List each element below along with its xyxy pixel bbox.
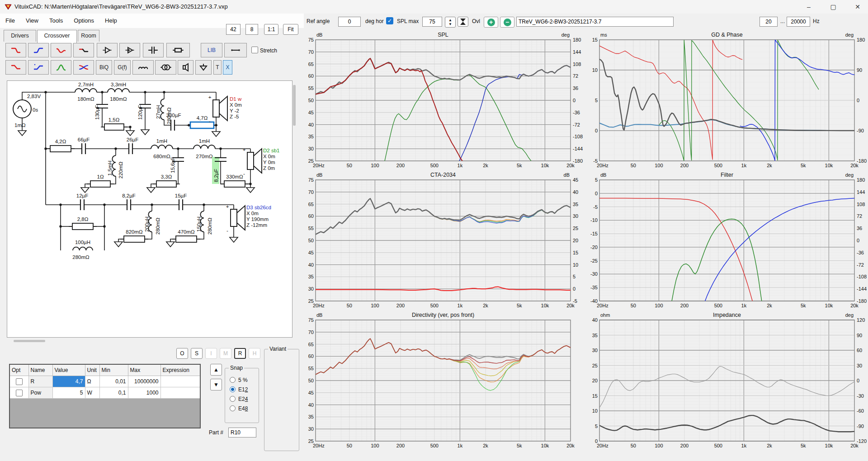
svg-text:35: 35 [308,414,314,419]
minimize-button[interactable]: – [798,0,819,14]
menu-tools[interactable]: Tools [44,14,68,28]
snap-option-E24[interactable]: E24 [230,396,248,402]
toolbar-inductor-button[interactable] [132,60,154,75]
schematic-hscroll[interactable] [14,340,45,342]
toolbar-resistor-button[interactable] [166,43,190,57]
col-header-expression[interactable]: Expression [160,364,200,376]
ref-angle-input[interactable] [338,17,361,27]
capacitor [179,199,183,210]
maximize-button[interactable]: ▢ [823,0,844,14]
chart-impedance[interactable]: 20Hz501002005001k2k5k10k20k0510152025303… [588,311,868,449]
autoscale-hourglass-button[interactable] [458,17,468,27]
snap-option-E12[interactable]: E12 [230,386,248,393]
stretch-checkbox[interactable] [251,47,258,53]
freq-max-input[interactable] [787,17,810,27]
toolbar-gf-button[interactable]: G(f) [114,60,131,75]
mode-r-button[interactable]: R [234,348,246,359]
tab-room[interactable]: Room [78,30,99,42]
toolbar-speaker-button[interactable] [178,60,193,75]
zoom-one-to-one-button[interactable]: 1:1 [264,24,278,35]
allpass-crossing-icon [78,63,89,72]
overlay-name-input[interactable] [516,17,674,27]
mode-o-button[interactable]: O [176,348,188,359]
svg-text:0: 0 [573,286,576,292]
spl-max-spinner[interactable]: ▲▼ [445,17,456,28]
tab-crossover[interactable]: Crossover [37,30,77,43]
opt-checkbox[interactable] [16,390,23,396]
col-header-opt[interactable]: Opt [9,364,28,376]
menu-file[interactable]: File [0,14,20,28]
spl-max-checkbox[interactable]: ✓ [386,17,393,24]
toolbar-bandpass-red-button[interactable] [51,43,71,57]
col-header-name[interactable]: Name [28,364,52,376]
schematic-vscroll[interactable] [293,85,296,126]
toolbar-ground-button[interactable] [195,60,212,75]
toolbar-peak-green-button[interactable] [51,60,71,75]
toolbar-lowpass-red-button[interactable] [5,43,26,57]
part-number-label: Part # [209,429,223,436]
svg-text:-90: -90 [857,423,864,429]
zoom-fit-button[interactable]: Fit [283,24,298,35]
variant-title: Variant [268,346,288,352]
component-label: 12µF [76,193,88,198]
overlay-add-button[interactable]: + [484,17,498,28]
svg-text:10: 10 [573,262,578,268]
overlay-remove-button[interactable]: − [500,17,514,28]
col-header-unit[interactable]: Unit [85,364,99,376]
part-number-input[interactable] [228,428,256,437]
toolbar-transformer-button[interactable] [155,60,176,75]
toolbar-lowshelf-red-button[interactable] [5,60,26,75]
opt-checkbox[interactable] [16,378,23,385]
close-button[interactable]: ✕ [847,0,868,14]
move-down-button[interactable]: ▼ [210,379,222,390]
chart-filter[interactable]: 20Hz501002005001k2k5k10k20k-40-35-30-25-… [588,171,868,309]
table-row[interactable]: R4,7Ω0,0110000000 [9,376,200,387]
col-header-value[interactable]: Value [52,364,85,376]
component-label: 220mΩ [118,161,123,179]
toolbar-shelf-lowpass-button[interactable] [73,43,94,57]
move-up-button[interactable]: ▲ [210,364,222,376]
menu-view[interactable]: View [20,14,44,28]
toolbar-gain-amp-button[interactable] [119,43,140,57]
toolbar-buffer-amp-button[interactable] [97,43,118,57]
svg-text:35: 35 [573,202,578,207]
col-header-min[interactable]: Min [99,364,128,376]
svg-text:1k: 1k [741,443,747,448]
component-label: Y -2 [230,108,239,113]
chart-cta-2034[interactable]: 20Hz501002005001k2k5k10k20k2530354045505… [304,171,584,309]
peak-green-icon [56,63,66,72]
svg-text:75: 75 [308,37,314,42]
toolbar-allpass-crossing-button[interactable] [73,60,94,75]
grid-width-input[interactable] [226,24,241,35]
table-row[interactable]: Pow5W0,11000 [9,387,200,399]
chart-gd-phase[interactable]: 20Hz501002005001k2k5k10k20k-5051015-180-… [588,31,868,169]
chart-spl[interactable]: 20Hz501002005001k2k5k10k20k2530354045505… [304,31,584,169]
toolbar-delete-button[interactable]: X [223,60,232,75]
spl-max-input[interactable] [422,17,442,27]
col-header-max[interactable]: Max [128,364,160,376]
toolbar-capacitor-button[interactable] [143,43,164,57]
snap-option-5%[interactable]: 5 % [230,377,248,383]
mode-s-button[interactable]: S [191,348,203,359]
snap-option-E48[interactable]: E48 [230,405,248,412]
toolbar-wire-button[interactable] [224,43,247,57]
toolbar-text-button[interactable]: T [213,60,222,75]
resistor [172,236,200,242]
toolbar-highpass-blue-button[interactable] [28,43,49,57]
chart-directivity-ver-pos-front-[interactable]: 20Hz501002005001k2k5k10k20k2530354045505… [304,311,584,449]
freq-min-input[interactable] [760,17,778,27]
tab-drivers[interactable]: Drivers [4,30,36,42]
toolbar-biquad-button[interactable]: BiQ [96,60,112,75]
grid-height-input[interactable] [245,24,258,35]
svg-text:5: 5 [595,177,598,183]
toolbar-highshelf-blue-button[interactable] [28,60,49,75]
toolbar-lib-button[interactable]: LIB [201,43,222,57]
menu-help[interactable]: Help [99,14,123,28]
menu-options[interactable]: Options [68,14,99,28]
component-label: Z 0m [263,165,275,171]
svg-text:dB: dB [316,312,322,318]
schematic-canvas[interactable]: 2,83V0s1mΩ2,7mH180mΩ130µF1,5Ω3,3mH180mΩ1… [7,80,292,338]
svg-text:CTA-2034: CTA-2034 [430,172,456,178]
parameter-table[interactable]: OptNameValueUnitMinMaxExpressionR4,7Ω0,0… [9,364,201,428]
component-label: X 0m [230,102,242,108]
